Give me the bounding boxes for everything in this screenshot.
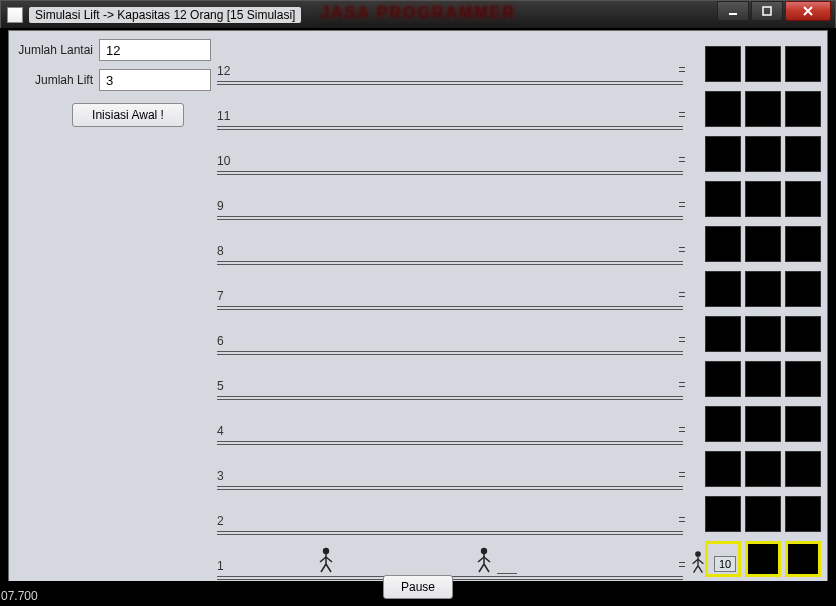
lift-count-row: Jumlah Lift <box>11 69 211 91</box>
lift-door <box>745 271 781 307</box>
lift-door-ground: 10 <box>705 541 741 577</box>
svg-line-6 <box>321 564 326 572</box>
maximize-button[interactable] <box>751 1 783 21</box>
floor-row: 10 <box>217 127 683 172</box>
lift-door <box>785 91 821 127</box>
floor-count-label: Jumlah Lantai <box>11 43 99 57</box>
svg-line-5 <box>326 557 332 562</box>
floor-row: 4 <box>217 397 683 442</box>
lift-door <box>705 496 741 532</box>
app-icon <box>7 7 23 23</box>
lift-door <box>785 271 821 307</box>
init-button[interactable]: Inisiasi Awal ! <box>72 103 184 127</box>
floor-row: 11 <box>217 82 683 127</box>
client-area: Jumlah Lantai Jumlah Lift Inisiasi Awal … <box>1 28 835 605</box>
window-controls <box>717 1 831 21</box>
lift-door <box>745 226 781 262</box>
lift-door <box>705 46 741 82</box>
lift-door <box>745 136 781 172</box>
svg-rect-1 <box>763 7 771 15</box>
lift-door <box>745 181 781 217</box>
floor-count-input[interactable] <box>99 39 211 61</box>
svg-line-19 <box>698 566 702 573</box>
lift-door <box>705 451 741 487</box>
lift-door-ground <box>785 541 821 577</box>
lift-door <box>705 91 741 127</box>
lift-door <box>705 361 741 397</box>
svg-line-11 <box>484 557 490 562</box>
lift-door <box>785 361 821 397</box>
lift-door <box>785 46 821 82</box>
lift-door <box>745 451 781 487</box>
lift-door <box>785 406 821 442</box>
floor-row: 7 <box>217 262 683 307</box>
svg-line-17 <box>698 559 703 563</box>
lift-door <box>785 226 821 262</box>
lift-door <box>785 451 821 487</box>
close-button[interactable] <box>785 1 831 21</box>
lift-door <box>785 136 821 172</box>
lift-door <box>745 316 781 352</box>
lift-door <box>705 406 741 442</box>
svg-line-16 <box>693 559 698 563</box>
lift-door <box>705 136 741 172</box>
floors-column: 12 11 10 9 8 7 6 5 4 3 2 1 <box>217 37 683 573</box>
lift-door-ground <box>745 541 781 577</box>
floor-row: 5 <box>217 352 683 397</box>
floor-row: 6 <box>217 307 683 352</box>
svg-point-2 <box>323 548 329 554</box>
svg-rect-0 <box>729 13 737 15</box>
lift-count-label: Jumlah Lift <box>11 73 99 87</box>
svg-point-14 <box>695 551 701 557</box>
lift-door <box>745 361 781 397</box>
main-panel: Jumlah Lantai Jumlah Lift Inisiasi Awal … <box>8 30 828 586</box>
person-icon <box>690 550 708 576</box>
lift-door <box>705 271 741 307</box>
sim-time: 07.700 <box>1 589 38 603</box>
titlebar: Simulasi Lift -> Kapasitas 12 Orang [15 … <box>0 0 836 28</box>
lift-door <box>785 181 821 217</box>
pause-button[interactable]: Pause <box>383 575 453 599</box>
lift-doors-grid: 10 <box>693 37 821 573</box>
svg-line-18 <box>694 566 698 573</box>
window-title: Simulasi Lift -> Kapasitas 12 Orang [15 … <box>29 7 301 23</box>
svg-line-12 <box>479 564 484 572</box>
lift-door <box>785 496 821 532</box>
svg-line-7 <box>326 564 331 572</box>
minimize-button[interactable] <box>717 1 749 21</box>
person-icon <box>475 547 493 573</box>
lift-count-input[interactable] <box>99 69 211 91</box>
lift-door <box>745 91 781 127</box>
svg-line-4 <box>320 557 326 562</box>
lift-occupancy-badge: 10 <box>714 556 736 572</box>
lift-door <box>705 316 741 352</box>
floor-row: 9 <box>217 172 683 217</box>
floor-row: 8 <box>217 217 683 262</box>
lift-door <box>745 46 781 82</box>
floor-row: 2 <box>217 487 683 532</box>
floor-row: 1 <box>217 532 683 577</box>
svg-line-13 <box>484 564 489 572</box>
svg-point-8 <box>481 548 487 554</box>
lift-door <box>705 181 741 217</box>
app-window: Simulasi Lift -> Kapasitas 12 Orang [15 … <box>0 0 836 606</box>
watermark-text: JASA PROGRAMMER <box>320 4 516 22</box>
svg-line-10 <box>478 557 484 562</box>
floor-row: 3 <box>217 442 683 487</box>
lift-door <box>745 406 781 442</box>
lift-door <box>705 226 741 262</box>
status-bar: 07.700 Pause <box>1 581 835 605</box>
floor-count-row: Jumlah Lantai <box>11 39 211 61</box>
lift-door <box>745 496 781 532</box>
lift-door <box>785 316 821 352</box>
floor-row: 12 <box>217 37 683 82</box>
person-icon <box>317 547 335 573</box>
